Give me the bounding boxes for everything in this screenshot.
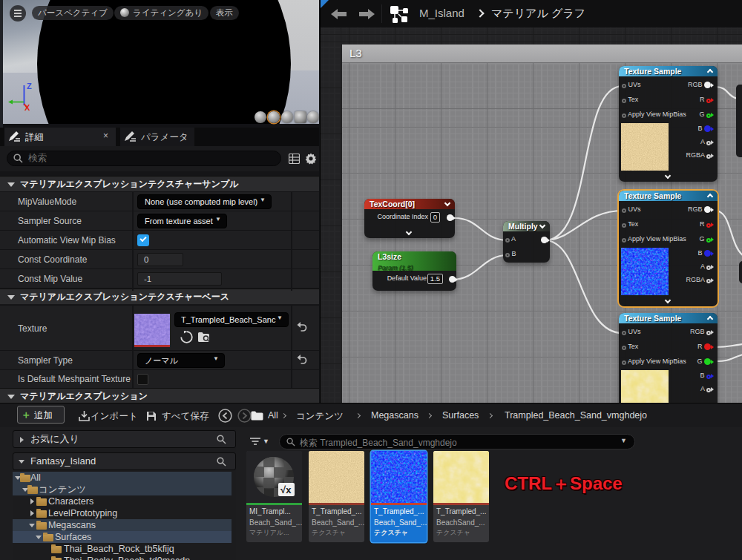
svg-text:√x: √x <box>280 484 292 495</box>
svg-text:Z: Z <box>27 82 32 90</box>
svg-text:X: X <box>24 103 30 112</box>
